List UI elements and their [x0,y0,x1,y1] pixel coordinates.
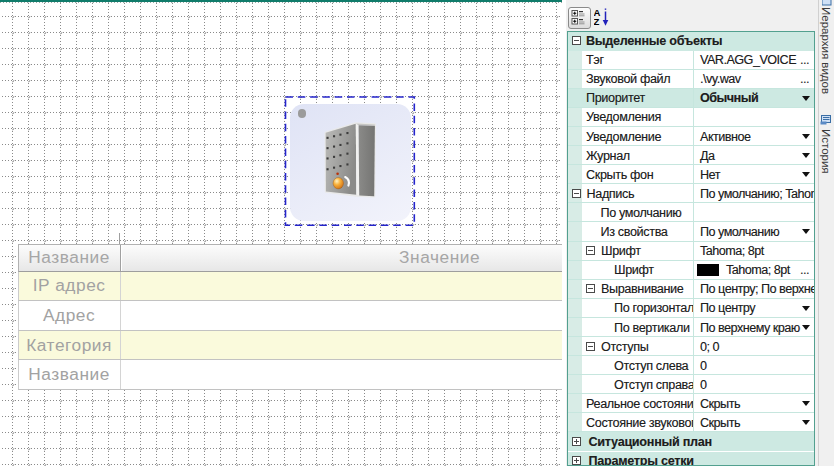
svg-text:Z: Z [594,16,600,27]
